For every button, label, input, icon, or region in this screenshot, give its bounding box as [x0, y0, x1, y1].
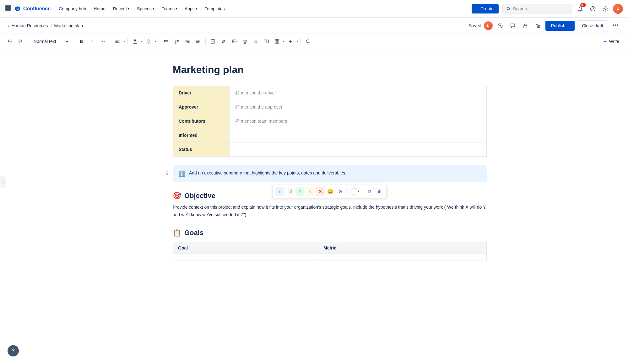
daci-contributors-row: Contributors @ mention team members — [173, 114, 487, 128]
inline-toolbar-sep-2 — [363, 189, 363, 194]
bold-button[interactable]: B — [77, 37, 86, 46]
panel-info-button[interactable]: ℹ — [276, 187, 284, 196]
create-button[interactable]: + Create — [472, 4, 499, 13]
daci-informed-row: Informed — [173, 128, 487, 142]
daci-status-value[interactable] — [230, 142, 487, 157]
search-bar[interactable] — [502, 4, 571, 13]
emoji-button[interactable]: ☺ — [251, 37, 260, 46]
comment-button[interactable] — [508, 21, 518, 31]
panel-error-button[interactable]: ✕ — [316, 187, 325, 196]
publish-button[interactable]: Publish... — [545, 21, 575, 31]
panel-emoji-button[interactable]: 😊 — [326, 187, 335, 196]
mention-button[interactable]: @ — [240, 37, 250, 46]
write-ai-button[interactable]: Write — [599, 37, 623, 46]
daci-informed-value[interactable] — [230, 128, 487, 142]
color-picker-button[interactable]: ▾ — [349, 187, 361, 196]
color-swatch — [351, 188, 357, 195]
link-button[interactable] — [533, 21, 543, 31]
grid-icon[interactable] — [5, 5, 11, 12]
sidebar-toggle-arrow[interactable]: › — [8, 23, 9, 28]
goals-col-goal: Goal — [173, 242, 318, 254]
nav-spaces[interactable]: Spaces▾ — [134, 4, 157, 13]
svg-rect-4 — [7, 7, 9, 9]
nav-home[interactable]: Home — [90, 4, 108, 13]
bullet-list-button[interactable] — [161, 37, 171, 46]
help-button[interactable]: ? — [588, 4, 598, 14]
info-panel-wrapper: ⠿ ℹ️ Add an executive summary that highl… — [173, 165, 487, 182]
editor-toolbar: Normal text ▾ B I ··· ▾ A ▾ ▾ 1. 2. 3. — [0, 34, 628, 49]
highlight-button[interactable] — [144, 37, 153, 46]
svg-rect-1 — [7, 5, 9, 7]
numbered-list-button[interactable]: 1. 2. 3. — [172, 37, 181, 46]
svg-marker-15 — [147, 40, 150, 43]
font-color-button[interactable]: A — [130, 37, 140, 46]
daci-approver-value[interactable]: @ mention the approver — [230, 100, 487, 114]
indent-button[interactable] — [193, 37, 203, 46]
text-style-dropdown[interactable]: Normal text ▾ — [30, 38, 71, 45]
redo-button[interactable] — [16, 37, 25, 46]
daci-driver-row: Driver @ mention the driver — [173, 86, 487, 100]
daci-contributors-value[interactable]: @ mention team members — [230, 114, 487, 128]
more-actions-button[interactable]: ••• — [610, 21, 620, 31]
objective-text[interactable]: Provide context on this project and expl… — [173, 204, 487, 219]
nav-company-hub[interactable]: Company hub — [56, 4, 89, 13]
app-logo[interactable]: Confluence — [14, 6, 51, 12]
insert-more-button[interactable]: + — [286, 37, 295, 46]
notifications-button[interactable]: 9+ — [575, 4, 585, 14]
nav-recent[interactable]: Recent▾ — [110, 4, 133, 13]
panel-copy-button[interactable]: ⧉ — [365, 187, 374, 196]
svg-rect-3 — [5, 7, 7, 9]
sidebar-toggle[interactable]: › — [0, 176, 6, 188]
restrict-button[interactable] — [520, 21, 530, 31]
layout-button[interactable] — [262, 37, 271, 46]
add-collaborator-button[interactable] — [495, 21, 505, 31]
italic-button[interactable]: I — [87, 37, 97, 46]
search-input[interactable] — [513, 6, 567, 11]
table-button[interactable] — [272, 37, 282, 46]
image-insert-button[interactable] — [230, 37, 239, 46]
daci-status-row: Status — [173, 142, 487, 157]
svg-point-16 — [164, 40, 165, 40]
daci-contributors-label: Contributors — [173, 114, 230, 128]
panel-delete-button[interactable]: 🗑 — [375, 187, 384, 196]
svg-rect-26 — [275, 40, 279, 43]
outdent-button[interactable] — [183, 37, 192, 46]
daci-driver-value[interactable]: @ mention the driver — [230, 86, 487, 100]
more-text-options-button[interactable]: ··· — [98, 37, 107, 46]
close-draft-button[interactable]: Close draft — [577, 20, 608, 31]
svg-rect-7 — [7, 9, 9, 11]
task-button[interactable] — [208, 37, 218, 46]
align-button[interactable] — [113, 37, 122, 46]
panel-note-button[interactable]: 📝 — [286, 187, 295, 196]
nav-teams[interactable]: Teams▾ — [159, 4, 180, 13]
undo-button[interactable] — [5, 37, 14, 46]
main-content: Marketing plan Driver @ mention the driv… — [135, 49, 493, 286]
collaborator-avatar[interactable]: U — [484, 21, 493, 30]
svg-point-18 — [164, 42, 165, 43]
goals-col-metric: Metric — [318, 242, 487, 254]
nav-templates[interactable]: Templates — [202, 4, 228, 13]
nav-apps[interactable]: Apps▾ — [181, 4, 200, 13]
user-avatar[interactable]: U — [613, 4, 623, 14]
page-title[interactable]: Marketing plan — [141, 64, 487, 76]
find-button[interactable] — [303, 37, 313, 46]
daci-table: Driver @ mention the driver Approver @ m… — [173, 86, 487, 157]
goals-cell-goal-1[interactable] — [173, 254, 318, 260]
inline-toolbar-sep — [347, 189, 347, 194]
toolbar-separator-5 — [159, 38, 159, 45]
goals-cell-metric-1[interactable] — [318, 254, 487, 260]
breadcrumb-human-resources[interactable]: Human Resources — [12, 23, 48, 28]
svg-text:?: ? — [592, 7, 594, 11]
svg-rect-8 — [9, 9, 11, 11]
info-panel[interactable]: ℹ️ Add an executive summary that highlig… — [173, 165, 487, 182]
goals-table-row-1[interactable] — [173, 254, 487, 260]
drag-handle[interactable]: ⠿ — [165, 171, 169, 177]
settings-button[interactable] — [600, 4, 610, 14]
link-insert-button[interactable] — [219, 37, 228, 46]
breadcrumb-marketing-plan[interactable]: Marketing plan — [54, 23, 83, 28]
panel-success-button[interactable]: ✓ — [296, 187, 305, 196]
goals-table-header-row: Goal Metric — [173, 242, 487, 254]
toolbar-separator-4 — [127, 38, 128, 45]
panel-no-icon-button[interactable]: ⊘ — [336, 187, 345, 196]
panel-warning-button[interactable]: ⚠ — [306, 187, 315, 196]
